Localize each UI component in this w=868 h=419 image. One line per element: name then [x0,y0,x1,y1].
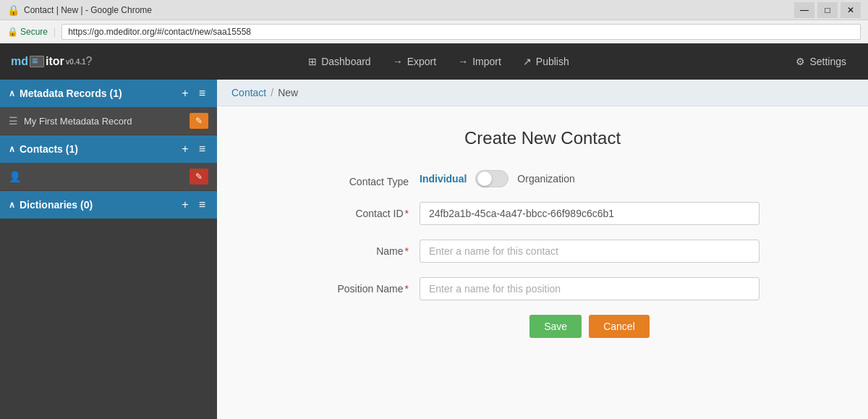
breadcrumb-separator: / [271,87,273,98]
record-icon: ☰ [9,115,18,127]
breadcrumb: Contact / New [217,80,868,106]
publish-icon: ↗ [523,56,532,67]
position-name-group: Position Name* [326,277,760,300]
secure-label: Secure [20,27,48,37]
metadata-add-button[interactable]: + [179,87,191,100]
contact-type-row: Individual Organization [420,170,760,187]
name-input[interactable] [420,240,760,263]
metadata-record-title: My First Metadata Record [24,116,184,127]
metadata-record-item: ☰ My First Metadata Record ✎ [0,107,217,135]
dictionaries-add-button[interactable]: + [179,198,191,211]
nav-items: ⊞ Dashboard → Export → Import ↗ Publish [297,43,580,80]
contacts-section-header[interactable]: ∧ Contacts (1) + ≡ [0,135,217,163]
metadata-caret-icon: ∧ [9,88,15,98]
contact-list-item: 👤 ✎ [0,163,217,191]
top-nav: md itor v0.4.1 ? ⊞ Dashboard → Export → … [0,43,868,80]
app-container: md itor v0.4.1 ? ⊞ Dashboard → Export → … [0,43,868,419]
dashboard-label: Dashboard [321,56,371,67]
content-area: Contact / New Create New Contact Contact… [217,80,868,419]
browser-icon: 🔒 [7,4,20,16]
contact-type-label: Contact Type [326,170,420,187]
contact-id-control [420,202,760,225]
metadata-section-title: Metadata Records (1) [20,88,174,99]
nav-dashboard[interactable]: ⊞ Dashboard [297,43,382,80]
brand-version: v0.4.1 [66,58,86,66]
sidebar: ∧ Metadata Records (1) + ≡ ☰ My First Me… [0,80,217,419]
nav-export[interactable]: → Export [382,43,447,80]
dictionaries-caret-icon: ∧ [9,200,15,210]
dashboard-icon: ⊞ [308,56,317,67]
cancel-button[interactable]: Cancel [589,315,650,338]
title-bar: 🔒 Contact | New | - Google Chrome — □ ✕ [0,0,868,20]
main-layout: ∧ Metadata Records (1) + ≡ ☰ My First Me… [0,80,868,419]
form-title: Create New Contact [246,128,839,148]
help-button[interactable]: ? [86,55,93,68]
export-icon: → [393,56,403,67]
position-name-label: Position Name* [326,277,420,295]
breadcrumb-current: New [278,87,298,98]
editor-icon [30,56,44,67]
contact-id-required: * [405,208,409,219]
save-button[interactable]: Save [529,315,582,338]
window-controls: — □ ✕ [794,2,861,18]
name-control [420,240,760,263]
position-name-control [420,277,760,300]
settings-icon: ⚙ [796,56,805,67]
publish-label: Publish [536,56,569,67]
contact-id-label: Contact ID* [326,202,420,219]
metadata-section-header[interactable]: ∧ Metadata Records (1) + ≡ [0,80,217,107]
lock-icon: 🔒 [7,27,18,37]
contact-edit-button[interactable]: ✎ [190,169,208,185]
contact-type-controls: Individual Organization [420,170,760,187]
brand-logo: md itor v0.4.1 [11,55,86,68]
breadcrumb-contact-link[interactable]: Contact [231,87,266,98]
url-input[interactable] [61,24,861,40]
form-actions: Save Cancel [326,315,760,338]
metadata-record-edit-button[interactable]: ✎ [190,113,208,129]
organization-label: Organization [517,173,574,185]
window-title: Contact | New | - Google Chrome [24,5,794,15]
individual-label: Individual [420,173,467,185]
position-name-input[interactable] [420,277,760,300]
name-required: * [405,245,409,257]
address-bar: 🔒 Secure | [0,20,868,43]
nav-publish[interactable]: ↗ Publish [512,43,580,80]
contacts-add-button[interactable]: + [179,143,191,156]
settings-item[interactable]: ⚙ Settings [785,43,857,80]
close-button[interactable]: ✕ [841,2,861,18]
contact-id-input[interactable] [420,202,760,225]
import-label: Import [472,56,501,67]
minimize-button[interactable]: — [794,2,814,18]
brand-md: md [11,55,28,68]
metadata-menu-button[interactable]: ≡ [196,87,208,100]
settings-label: Settings [809,56,846,67]
contact-id-group: Contact ID* [326,202,760,225]
brand-itor: itor [46,55,64,68]
import-icon: → [458,56,468,67]
toggle-knob [477,172,492,186]
contacts-menu-button[interactable]: ≡ [196,143,208,156]
export-label: Export [407,56,436,67]
position-name-required: * [405,283,409,295]
dictionaries-menu-button[interactable]: ≡ [196,198,208,211]
contacts-caret-icon: ∧ [9,144,15,154]
contacts-section-title: Contacts (1) [20,143,174,155]
dictionaries-section-title: Dictionaries (0) [20,199,174,211]
contact-type-toggle[interactable] [475,170,509,187]
secure-badge: 🔒 Secure [7,27,48,37]
maximize-button[interactable]: □ [817,2,838,18]
form-area: Create New Contact Contact Type Individu… [217,106,868,419]
name-label: Name* [326,240,420,257]
contact-person-icon: 👤 [9,171,21,182]
nav-import[interactable]: → Import [447,43,512,80]
name-group: Name* [326,240,760,263]
dictionaries-section-header[interactable]: ∧ Dictionaries (0) + ≡ [0,191,217,219]
contact-type-group: Contact Type Individual Organization [326,170,760,187]
